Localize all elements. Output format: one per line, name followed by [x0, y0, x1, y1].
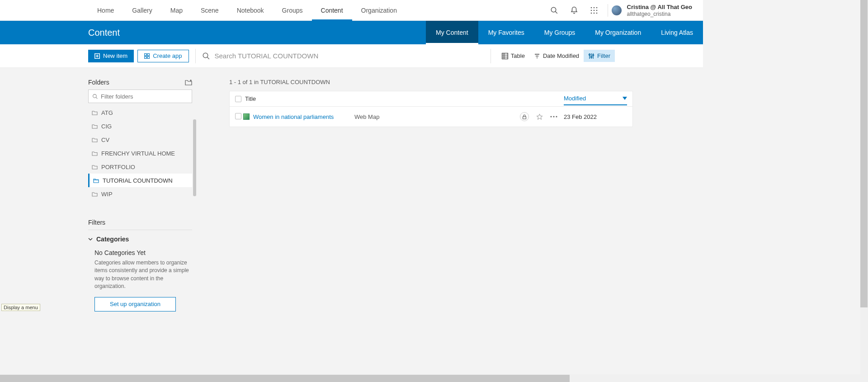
nav-content[interactable]: Content — [312, 0, 352, 21]
items-table: Title Modified Women in national parliam… — [229, 91, 633, 127]
sharing-icon[interactable] — [520, 112, 529, 121]
view-table-label: Table — [511, 52, 525, 59]
svg-rect-20 — [502, 53, 508, 59]
tab-my-groups[interactable]: My Groups — [534, 21, 585, 44]
item-modified: 23 Feb 2022 — [564, 113, 627, 120]
svg-line-19 — [207, 57, 209, 59]
svg-point-0 — [551, 7, 556, 12]
view-table-button[interactable]: Table — [497, 50, 529, 62]
tab-living-atlas[interactable]: Living Atlas — [651, 21, 703, 44]
svg-rect-38 — [523, 117, 526, 119]
svg-rect-15 — [147, 53, 150, 56]
avatar — [612, 5, 622, 15]
webmap-icon — [243, 113, 250, 120]
content-toolbar: New item Create app Table Date Modified … — [0, 44, 703, 68]
folder-item[interactable]: FRENCHY VIRTUAL HOME — [88, 146, 192, 160]
table-row[interactable]: Women in national parliaments Web Map — [230, 107, 632, 127]
setup-organization-button[interactable]: Set up organization — [94, 297, 176, 311]
no-categories-desc: Categories allow members to organize ite… — [94, 259, 192, 291]
svg-point-18 — [203, 53, 208, 58]
new-item-button[interactable]: New item — [88, 50, 134, 62]
svg-point-5 — [590, 9, 592, 11]
svg-point-40 — [550, 116, 552, 117]
sort-label: Date Modified — [543, 52, 579, 59]
user-handle: allthatgeo_cristina — [627, 11, 692, 17]
svg-rect-14 — [145, 53, 147, 56]
folder-search-input[interactable] — [101, 93, 188, 100]
svg-point-6 — [593, 9, 594, 11]
folder-item[interactable]: WIP — [88, 187, 192, 201]
categories-toggle[interactable]: Categories — [88, 236, 192, 243]
search-input[interactable] — [215, 52, 484, 60]
row-checkbox[interactable] — [235, 113, 241, 119]
svg-point-42 — [556, 116, 557, 117]
svg-point-35 — [93, 94, 97, 98]
svg-marker-39 — [537, 114, 542, 119]
vertical-scrollbar[interactable] — [860, 0, 868, 374]
new-item-label: New item — [103, 52, 127, 59]
categories-label: Categories — [96, 236, 129, 243]
select-all-checkbox[interactable] — [235, 96, 241, 102]
nav-home[interactable]: Home — [88, 0, 123, 21]
sort-date-modified-button[interactable]: Date Modified — [529, 50, 584, 62]
svg-point-31 — [591, 56, 592, 57]
nav-groups[interactable]: Groups — [273, 0, 312, 21]
nav-scene[interactable]: Scene — [192, 0, 228, 21]
folder-list: ATG CIG CV FRENCHY VIRTUAL HOME PORTFOLI… — [88, 106, 192, 201]
filter-label: Filter — [597, 52, 610, 59]
tab-my-organization[interactable]: My Organization — [585, 21, 651, 44]
nav-notebook[interactable]: Notebook — [228, 0, 273, 21]
nav-gallery[interactable]: Gallery — [123, 0, 161, 21]
item-type: Web Map — [354, 113, 458, 120]
folder-search[interactable] — [88, 90, 192, 103]
svg-point-3 — [593, 7, 594, 8]
user-menu[interactable]: Cristina @ All That Geo allthatgeo_crist… — [612, 4, 703, 17]
svg-point-2 — [590, 7, 592, 8]
tab-my-favorites[interactable]: My Favorites — [478, 21, 534, 44]
svg-point-41 — [553, 116, 554, 117]
svg-point-7 — [596, 9, 597, 11]
folder-scrollbar[interactable] — [193, 119, 196, 196]
horizontal-scrollbar[interactable] — [0, 374, 868, 382]
svg-marker-37 — [623, 97, 627, 100]
svg-point-9 — [593, 12, 594, 14]
svg-rect-17 — [147, 57, 150, 59]
svg-rect-16 — [145, 57, 147, 59]
status-tooltip: Display a menu — [1, 304, 40, 311]
favorite-star-icon[interactable] — [536, 113, 543, 120]
col-modified[interactable]: Modified — [564, 95, 627, 105]
svg-point-30 — [589, 54, 590, 55]
folder-item-selected[interactable]: TUTORIAL COUNTDOWN — [88, 174, 192, 187]
search-field[interactable] — [202, 52, 484, 60]
folder-item[interactable]: ATG — [88, 106, 192, 119]
svg-point-32 — [593, 54, 594, 56]
apps-icon[interactable] — [586, 2, 602, 19]
col-title[interactable]: Title — [241, 95, 467, 102]
item-title-link[interactable]: Women in national parliaments — [253, 113, 334, 120]
svg-point-8 — [590, 12, 592, 14]
create-app-label: Create app — [153, 52, 182, 59]
user-display-name: Cristina @ All That Geo — [627, 4, 692, 10]
tab-my-content[interactable]: My Content — [426, 21, 478, 44]
filters-heading: Filters — [88, 219, 105, 226]
new-folder-icon[interactable] — [185, 79, 192, 85]
svg-point-4 — [596, 7, 597, 8]
bell-icon[interactable] — [566, 2, 582, 19]
no-categories-title: No Categories Yet — [94, 249, 192, 256]
table-header: Title Modified — [230, 91, 632, 107]
nav-organization[interactable]: Organization — [352, 0, 406, 21]
folder-item[interactable]: CV — [88, 133, 192, 146]
folder-item[interactable]: PORTFOLIO — [88, 160, 192, 174]
svg-line-1 — [555, 11, 557, 14]
folder-item[interactable]: CIG — [88, 119, 192, 133]
more-options-icon[interactable] — [550, 116, 557, 118]
svg-point-10 — [596, 12, 597, 14]
nav-map[interactable]: Map — [161, 0, 192, 21]
search-icon[interactable] — [546, 2, 562, 19]
content-subnav: Content My Content My Favorites My Group… — [0, 21, 703, 44]
filter-button[interactable]: Filter — [584, 50, 615, 62]
svg-line-36 — [96, 97, 97, 99]
sort-desc-icon — [623, 97, 627, 100]
create-app-button[interactable]: Create app — [137, 50, 189, 62]
folders-heading: Folders — [88, 79, 109, 86]
